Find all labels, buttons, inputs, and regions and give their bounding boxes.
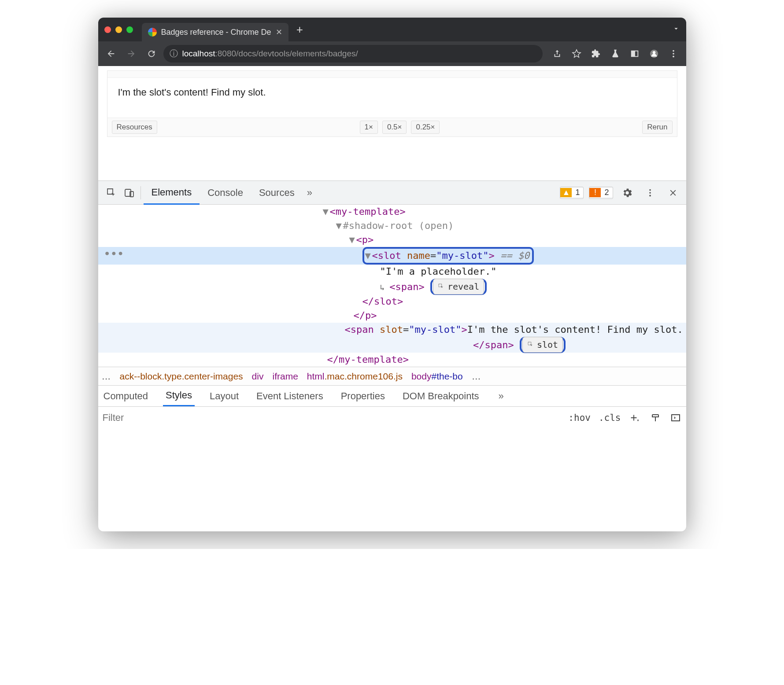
crumb-ellipsis-right[interactable]: … [472, 371, 481, 382]
zoom-05x[interactable]: 0.5× [382, 121, 407, 134]
svg-point-4 [673, 56, 674, 58]
labs-icon[interactable] [607, 45, 624, 62]
dom-span-text: I'm the slot's content! Find my slot. [467, 324, 683, 335]
crumb-iframe[interactable]: iframe [272, 371, 298, 382]
styles-filter-bar: :hov .cls ▾ [98, 406, 686, 428]
subtab-dom-breakpoints[interactable]: DOM Breakpoints [400, 386, 482, 406]
dom-shadow-root[interactable]: #shadow-root (open) [343, 220, 454, 231]
styles-filter-input[interactable] [103, 412, 562, 424]
svg-point-2 [673, 50, 674, 52]
new-tab-button[interactable]: + [296, 23, 303, 37]
page-viewport: I'm the slot's content! Find my slot. Re… [98, 66, 686, 180]
tab-elements[interactable]: Elements [144, 181, 200, 205]
subtab-computed[interactable]: Computed [101, 386, 151, 406]
crumb-1[interactable]: ack--block.type.center-images [120, 371, 243, 381]
devtools-toolbar: Elements Console Sources » ▲1 !2 [98, 181, 686, 205]
dom-slot-close[interactable]: </slot> [362, 296, 403, 307]
subtab-event-listeners[interactable]: Event Listeners [254, 386, 326, 406]
dom-slotted-span[interactable]: <span> [389, 281, 424, 292]
omnibox[interactable]: ⓘ localhost:8080/docs/devtools/elements/… [163, 45, 543, 63]
slot-badge-ring: slot [520, 337, 566, 353]
browser-tab[interactable]: Badges reference - Chrome De ✕ [142, 23, 288, 41]
device-toggle-icon[interactable] [120, 184, 138, 202]
rerun-button[interactable]: Rerun [642, 121, 672, 134]
tab-console[interactable]: Console [200, 181, 251, 204]
panel-icon[interactable] [626, 45, 643, 62]
styles-subtabs: Computed Styles Layout Event Listeners P… [98, 385, 686, 406]
dom-eq-0: == $0 [495, 250, 529, 261]
svg-point-7 [649, 189, 651, 191]
devtools: Elements Console Sources » ▲1 !2 ▼<my-te… [98, 180, 686, 428]
forward-button[interactable] [123, 45, 140, 62]
kebab-icon[interactable] [641, 184, 659, 202]
svg-point-9 [649, 195, 651, 196]
bookmark-icon[interactable] [568, 45, 585, 62]
more-subtabs-icon[interactable]: » [494, 390, 508, 402]
dom-span-close: </span> [473, 339, 514, 350]
share-icon[interactable] [549, 45, 566, 62]
svg-point-3 [673, 53, 674, 55]
errors-badge[interactable]: !2 [589, 187, 613, 199]
cls-toggle[interactable]: .cls [599, 412, 621, 423]
url-port: :8080 [215, 49, 237, 58]
more-tabs-icon[interactable]: » [303, 187, 317, 199]
slotted-arrow-icon: ↳ [380, 283, 390, 292]
maximize-window[interactable] [126, 26, 133, 33]
tab-title: Badges reference - Chrome De [161, 28, 271, 37]
toggle-sidebar-icon[interactable] [669, 412, 682, 424]
reveal-badge[interactable]: reveal [433, 279, 484, 295]
svg-point-8 [649, 192, 651, 194]
url-host: localhost [182, 49, 215, 58]
titlebar: Badges reference - Chrome De ✕ + [98, 18, 686, 41]
settings-icon[interactable] [618, 184, 636, 202]
slot-badge[interactable]: slot [522, 337, 563, 353]
dom-slot-open[interactable]: <slot [372, 250, 407, 261]
reveal-badge-ring: reveal [430, 279, 487, 295]
warnings-badge[interactable]: ▲1 [560, 187, 584, 199]
dom-my-template-open[interactable]: <my-template> [330, 206, 406, 217]
page-body-text: I'm the slot's content! Find my slot. [107, 78, 677, 118]
tab-sources[interactable]: Sources [251, 181, 303, 204]
close-window[interactable] [104, 26, 111, 33]
subtab-layout[interactable]: Layout [207, 386, 241, 406]
extensions-icon[interactable] [588, 45, 604, 62]
resources-button[interactable]: Resources [112, 121, 157, 134]
dom-placeholder-text[interactable]: "I'm a placeholder." [380, 266, 497, 277]
site-info-icon[interactable]: ⓘ [170, 48, 178, 59]
reload-button[interactable] [143, 45, 160, 62]
errors-count: 2 [601, 188, 612, 197]
tabs-chevron-icon[interactable] [672, 25, 680, 34]
profile-icon[interactable] [646, 45, 662, 62]
url-bar: ⓘ localhost:8080/docs/devtools/elements/… [98, 41, 686, 66]
chrome-icon [148, 28, 157, 37]
breadcrumb[interactable]: … ack--block.type.center-images div ifra… [98, 367, 686, 385]
dom-span-open[interactable]: <span [345, 324, 380, 335]
dom-my-template-close[interactable]: </my-template> [327, 354, 409, 365]
slot-badge-label: slot [537, 338, 558, 352]
inspect-icon[interactable] [103, 184, 120, 202]
overflow-ellipsis-icon: ••• [104, 247, 125, 261]
url-path: /docs/devtools/elements/badges/ [236, 49, 358, 58]
crumb-ellipsis-left[interactable]: … [102, 371, 111, 382]
reveal-badge-label: reveal [447, 280, 479, 294]
back-button[interactable] [103, 45, 119, 62]
subtab-properties[interactable]: Properties [338, 386, 388, 406]
zoom-1x[interactable]: 1× [360, 121, 378, 134]
zoom-025x[interactable]: 0.25× [411, 121, 440, 134]
minimize-window[interactable] [115, 26, 122, 33]
close-devtools-icon[interactable] [664, 184, 682, 202]
new-style-rule-icon[interactable]: ▾ [629, 412, 641, 424]
dom-p-open[interactable]: <p> [356, 234, 374, 245]
menu-icon[interactable] [665, 45, 682, 62]
dom-p-close[interactable]: </p> [354, 310, 377, 321]
crumb-div[interactable]: div [252, 371, 264, 382]
subtab-styles[interactable]: Styles [163, 386, 195, 406]
highlight-ring: ▼<slot name="my-slot"> == $0 [362, 247, 534, 265]
close-tab-icon[interactable]: ✕ [276, 27, 282, 37]
svg-point-1 [652, 51, 655, 54]
crumb-body[interactable]: body#the-bo [411, 371, 463, 382]
hov-toggle[interactable]: :hov [568, 412, 591, 423]
dom-tree[interactable]: ▼<my-template> ▼#shadow-root (open) ▼<p>… [98, 205, 686, 367]
crumb-html[interactable]: html.mac.chrome106.js [307, 371, 403, 382]
paint-icon[interactable] [649, 412, 662, 424]
